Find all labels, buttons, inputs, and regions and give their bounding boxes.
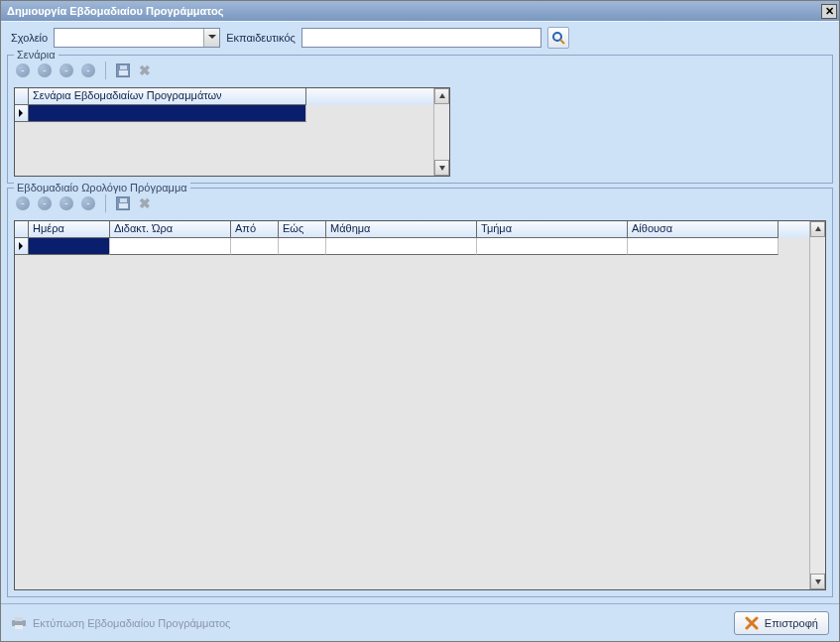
row-indicator [15, 105, 29, 122]
cancel-icon: ✖ [139, 195, 151, 211]
table-row[interactable] [15, 105, 449, 122]
col-to[interactable]: Εώς [279, 221, 326, 238]
cancel-icon: ✖ [139, 63, 151, 78]
cell-from[interactable] [231, 238, 279, 255]
svg-marker-4 [815, 226, 821, 231]
svg-line-1 [560, 40, 564, 44]
school-input[interactable] [55, 29, 203, 47]
titlebar: Δημιουργία Εβδομαδιαίου Προγράμματος ✕ [1, 1, 839, 21]
cancel-button[interactable]: ✖ [136, 194, 154, 212]
col-period[interactable]: Διδακτ. Ώρα [110, 221, 231, 238]
col-day[interactable]: Ημέρα [29, 221, 110, 238]
current-row-icon [19, 109, 27, 117]
filter-bar: Σχολείο Εκπαιδευτικός [1, 21, 839, 53]
current-row-icon [19, 242, 27, 250]
schedule-legend: Εβδομαδιαίο Ωρολόγιο Πρόγραμμα [14, 182, 190, 193]
save-button[interactable] [114, 194, 132, 212]
col-scenario-name[interactable]: Σενάρια Εβδομαδιαίων Προγραμμάτων [29, 88, 306, 105]
toolbar-separator [105, 194, 106, 212]
nav-last-button[interactable]: - [79, 194, 97, 212]
svg-marker-5 [815, 579, 821, 584]
close-icon: ✕ [825, 5, 834, 18]
col-room[interactable]: Αίθουσα [628, 221, 779, 238]
teacher-label: Εκπαιδευτικός [226, 32, 296, 44]
scenarios-legend: Σενάρια [14, 49, 59, 61]
search-icon [551, 31, 565, 45]
corner-cell [15, 88, 29, 105]
teacher-field[interactable] [301, 28, 541, 48]
school-label: Σχολείο [11, 32, 48, 44]
nav-first-button[interactable]: - [14, 62, 32, 79]
col-subject[interactable]: Μάθημα [326, 221, 477, 238]
svg-marker-3 [439, 166, 445, 171]
col-section[interactable]: Τμήμα [477, 221, 628, 238]
scenarios-grid[interactable]: Σενάρια Εβδομαδιαίων Προγραμμάτων [14, 87, 450, 177]
svg-rect-8 [15, 625, 23, 629]
return-button[interactable]: Επιστροφή [734, 611, 829, 635]
school-combo[interactable] [54, 28, 220, 48]
grid-header: Ημέρα Διδακτ. Ώρα Από Εώς Μάθημα Τμήμα Α… [15, 221, 825, 238]
nav-last-button[interactable]: - [79, 62, 97, 79]
close-button[interactable]: ✕ [821, 4, 837, 19]
scroll-up-button[interactable] [434, 88, 449, 104]
nav-next-button[interactable]: - [58, 62, 75, 79]
toolbar-separator [105, 62, 106, 79]
cell-period[interactable] [110, 238, 231, 255]
return-label: Επιστροφή [765, 617, 818, 629]
scenarios-toolbar: - - - - ✖ [8, 56, 832, 81]
svg-rect-7 [15, 617, 23, 621]
app-window: Δημιουργία Εβδομαδιαίου Προγράμματος ✕ Σ… [0, 0, 840, 642]
svg-point-0 [553, 33, 561, 41]
scroll-up-button[interactable] [810, 221, 825, 237]
cell-room[interactable] [628, 238, 779, 255]
cell-day[interactable] [29, 238, 110, 255]
return-icon [745, 616, 759, 630]
print-schedule-label: Εκτύπωση Εβδομαδιαίου Προγράμματος [33, 617, 230, 629]
cell-subject[interactable] [326, 238, 477, 255]
save-icon [116, 64, 130, 77]
scroll-down-button[interactable] [810, 574, 825, 589]
corner-cell [15, 221, 29, 238]
window-title: Δημιουργία Εβδομαδιαίου Προγράμματος [7, 5, 223, 17]
grid-header: Σενάρια Εβδομαδιαίων Προγραμμάτων [15, 88, 449, 105]
svg-marker-2 [439, 93, 445, 98]
cell-to[interactable] [279, 238, 326, 255]
print-schedule-link[interactable]: Εκτύπωση Εβδομαδιαίου Προγράμματος [11, 616, 230, 630]
cell-section[interactable] [477, 238, 628, 255]
schedule-grid[interactable]: Ημέρα Διδακτ. Ώρα Από Εώς Μάθημα Τμήμα Α… [14, 220, 826, 590]
nav-prev-button[interactable]: - [36, 194, 54, 212]
cell-scenario-name[interactable] [29, 105, 306, 122]
col-from[interactable]: Από [231, 221, 279, 238]
nav-next-button[interactable]: - [58, 194, 75, 212]
scenarios-group: Σενάρια - - - - ✖ Σενάρια Εβδομαδιαίων Π… [7, 55, 833, 184]
nav-first-button[interactable]: - [14, 194, 32, 212]
row-indicator [15, 238, 29, 255]
search-button[interactable] [547, 27, 569, 49]
nav-prev-button[interactable]: - [36, 62, 54, 79]
cancel-button[interactable]: ✖ [136, 62, 154, 79]
table-row[interactable] [15, 238, 825, 255]
teacher-input[interactable] [302, 29, 540, 47]
chevron-down-icon[interactable] [203, 29, 219, 47]
vertical-scrollbar[interactable] [809, 221, 825, 589]
save-button[interactable] [114, 62, 132, 79]
scroll-down-button[interactable] [434, 160, 449, 176]
vertical-scrollbar[interactable] [433, 88, 449, 176]
save-icon [116, 196, 130, 210]
footer-bar: Εκτύπωση Εβδομαδιαίου Προγράμματος Επιστ… [1, 603, 839, 641]
printer-icon [11, 616, 27, 630]
schedule-group: Εβδομαδιαίο Ωρολόγιο Πρόγραμμα - - - - ✖… [7, 188, 833, 597]
